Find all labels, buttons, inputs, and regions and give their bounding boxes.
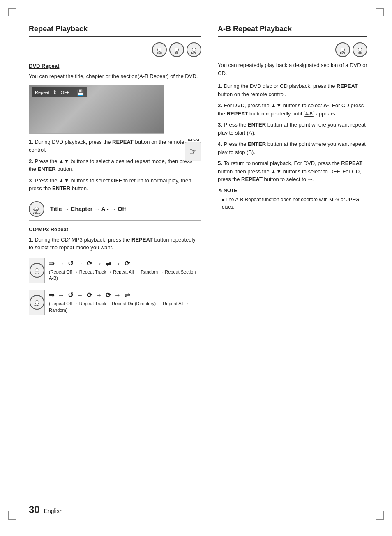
- ab-step-1: 1. During the DVD disc or CD playback, p…: [218, 82, 367, 98]
- ab-steps-list: 1. During the DVD disc or CD playback, p…: [218, 82, 367, 184]
- repeat-arrows-icon: ⇕: [53, 89, 57, 95]
- note-pencil-icon: ✎: [218, 188, 222, 193]
- repeat-value: OFF: [60, 90, 69, 95]
- left-title: Repeat Playback: [29, 25, 201, 37]
- enter-bold-ab3: ENTER: [248, 122, 266, 128]
- ab-step-2: 2. For DVD, press the ▲▼ buttons to sele…: [218, 101, 367, 117]
- dvd-steps: REPEAT ☞ 1. During DVD playback, press t…: [29, 138, 201, 193]
- hand-pointing-icon: ☞: [185, 142, 201, 161]
- repeat-bold-1: REPEAT: [112, 139, 134, 145]
- corner-mark-bl: [8, 511, 16, 520]
- left-column: Repeat Playback DVD CD MP3 DVD Repeat Yo…: [29, 25, 201, 320]
- page-language: English: [44, 508, 63, 514]
- dvd-video-badge: DVDVIDEO: [29, 201, 44, 217]
- mp3-repeat-symbols: ⇒ → ↺ → ⟳ → ⟳ → ⇌: [49, 291, 197, 299]
- save-icon: 💾: [77, 89, 84, 96]
- cd-mp3-section: CD/MP3 Repeat 1. During the CD/ MP3 play…: [29, 226, 201, 317]
- a-minus-bold: A-: [323, 102, 329, 108]
- mp3-icon-small: MP3: [30, 295, 44, 310]
- left-icon-row: DVD CD MP3: [29, 42, 201, 57]
- repeat-bold-ab1: REPEAT: [337, 83, 358, 89]
- dvd-step-1: 1. During DVD playback, press the REPEAT…: [29, 138, 201, 154]
- dvd-steps-list: 1. During DVD playback, press the REPEAT…: [29, 138, 201, 193]
- mp3-repeat-row: MP3 ⇒ → ↺ → ⟳ → ⟳ → ⇌ (Repeat Off → Repe…: [29, 288, 201, 317]
- right-cd-icon: CD: [353, 42, 367, 57]
- dvd-screenshot: Repeat ⇕ OFF 💾: [29, 85, 164, 134]
- ab-step-5: 5. To return to normal playback, For DVD…: [218, 159, 367, 184]
- title-chapter-text: Title → Chapter → A - → Off: [50, 206, 126, 212]
- mp3-badge: MP3: [29, 290, 45, 315]
- note-header: ✎ NOTE: [218, 188, 367, 193]
- repeat-label: Repeat: [35, 90, 49, 95]
- repeat-bold-ab5b: REPEAT: [241, 176, 263, 182]
- repeat-bold-cdmp3: REPEAT: [131, 237, 153, 243]
- cd-mp3-steps: 1. During the CD/ MP3 playback, press th…: [29, 236, 201, 252]
- right-icon-row: DVD CD: [218, 42, 367, 57]
- note-section: ✎ NOTE The A-B Repeat function does not …: [218, 188, 367, 211]
- corner-mark-br: [376, 511, 384, 520]
- page-number: 30: [29, 504, 40, 515]
- dvd-repeat-intro: You can repeat the title, chapter or the…: [29, 72, 201, 81]
- off-bold: OFF: [111, 177, 122, 184]
- ab-step-4: 4. Press the ENTER button at the point w…: [218, 140, 367, 156]
- cd-disc-icon: CD: [169, 42, 184, 57]
- cd-badge: CD: [29, 258, 45, 283]
- enter-bold-2: ENTER: [38, 166, 56, 172]
- repeat-bold-ab5a: REPEAT: [341, 160, 362, 166]
- note-label: NOTE: [224, 188, 237, 193]
- corner-mark-tl: [8, 8, 16, 16]
- two-column-layout: Repeat Playback DVD CD MP3 DVD Repeat Yo…: [29, 25, 367, 320]
- enter-bold-ab4: ENTER: [248, 141, 266, 147]
- cd-repeat-caption: (Repeat Off → Repeat Track → Repeat All …: [49, 269, 197, 282]
- cd-repeat-content: ⇒ → ↺ → ⟳ → ⇌ → ⟳ (Repeat Off → Repeat T…: [45, 256, 201, 285]
- dvd-step-3: 3. Press the ▲▼ buttons to select OFF to…: [29, 177, 201, 193]
- ab-step-3: 3. Press the ENTER button at the point w…: [218, 121, 367, 137]
- ab-repeat-intro: You can repeatedly play back a designate…: [218, 61, 367, 77]
- repeat-bold-ab2: REPEAT: [227, 110, 248, 117]
- note-list: The A-B Repeat function does not operate…: [218, 196, 367, 211]
- title-chapter-row: DVDVIDEO Title → Chapter → A - → Off: [29, 198, 201, 221]
- dvd-repeat-heading: DVD Repeat: [29, 63, 201, 69]
- page-footer: 30 English: [29, 504, 63, 515]
- repeat-bar: Repeat ⇕ OFF 💾: [32, 87, 87, 97]
- cd-icon-small: CD: [30, 263, 44, 278]
- right-dvd-icon: DVD: [335, 42, 350, 57]
- cd-mp3-heading: CD/MP3 Repeat: [29, 226, 201, 232]
- right-column: A-B Repeat Playback DVD CD You can repea…: [218, 25, 367, 320]
- page: Repeat Playback DVD CD MP3 DVD Repeat Yo…: [0, 0, 392, 536]
- mp3-repeat-caption: (Repeat Off → Repeat Track→ Repeat Dir (…: [49, 301, 197, 313]
- right-title: A-B Repeat Playback: [218, 25, 367, 37]
- cd-repeat-row: CD ⇒ → ↺ → ⟳ → ⇌ → ⟳ (Repeat Off → Repea…: [29, 256, 201, 285]
- screenshot-bg: Repeat ⇕ OFF 💾: [29, 85, 164, 133]
- ab-symbol: A-B: [304, 111, 314, 117]
- cd-mp3-step-1: 1. During the CD/ MP3 playback, press th…: [29, 236, 201, 252]
- corner-mark-tr: [376, 8, 384, 16]
- repeat-hand-area: REPEAT ☞: [185, 138, 201, 161]
- cd-repeat-symbols: ⇒ → ↺ → ⟳ → ⇌ → ⟳: [49, 260, 197, 267]
- enter-bold-3: ENTER: [52, 185, 70, 191]
- mp3-disc-icon: MP3: [187, 42, 201, 57]
- note-item-1: The A-B Repeat function does not operate…: [222, 196, 367, 211]
- dvd-step-2: 2. Press the ▲▼ buttons to select a desi…: [29, 157, 201, 173]
- repeat-button-label: REPEAT: [185, 138, 201, 142]
- mp3-repeat-content: ⇒ → ↺ → ⟳ → ⟳ → ⇌ (Repeat Off → Repeat T…: [45, 288, 201, 317]
- dvd-disc-icon: DVD: [152, 42, 167, 57]
